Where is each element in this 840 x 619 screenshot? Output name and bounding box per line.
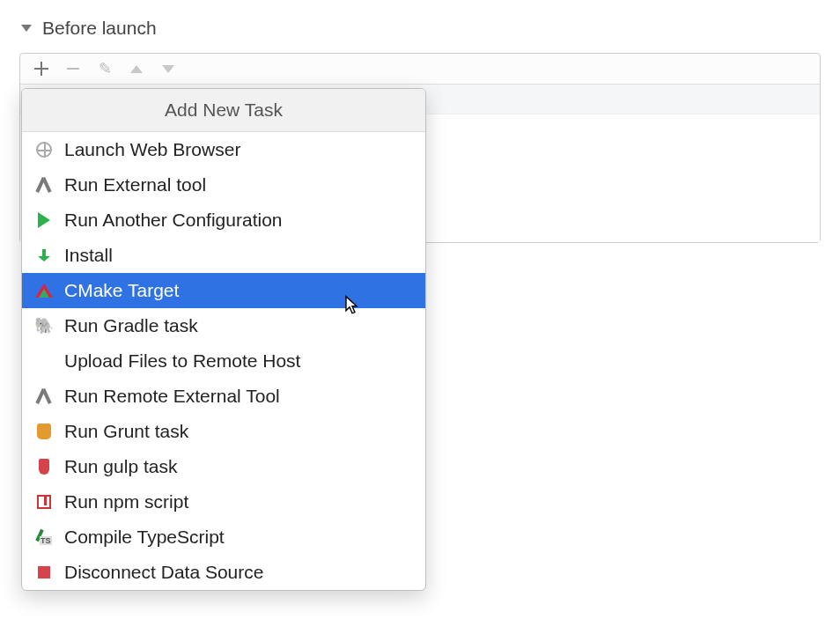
edit-task-button[interactable]: ✎ bbox=[89, 55, 121, 82]
menu-item-label: Run Gradle task bbox=[64, 315, 198, 336]
section-title: Before launch bbox=[42, 18, 157, 39]
menu-item-label: Compile TypeScript bbox=[64, 527, 225, 548]
gulp-icon bbox=[34, 457, 54, 476]
menu-item-launch-web-browser[interactable]: Launch Web Browser bbox=[22, 132, 425, 167]
menu-item-label: CMake Target bbox=[64, 280, 179, 301]
menu-item-run-external-tool[interactable]: Run External tool bbox=[22, 167, 425, 203]
menu-item-run-gradle-task[interactable]: 🐘Run Gradle task bbox=[22, 308, 425, 343]
menu-item-label: Launch Web Browser bbox=[64, 139, 240, 160]
menu-item-run-npm-script[interactable]: Run npm script bbox=[22, 484, 425, 520]
menu-item-disconnect-data-source[interactable]: Disconnect Data Source bbox=[22, 555, 425, 590]
menu-item-label: Run gulp task bbox=[64, 456, 177, 477]
menu-item-compile-typescript[interactable]: Compile TypeScript bbox=[22, 520, 425, 555]
globe-icon bbox=[34, 140, 54, 159]
menu-item-label: Run Grunt task bbox=[64, 421, 188, 442]
tools-icon bbox=[34, 387, 54, 406]
before-launch-section-header[interactable]: Before launch bbox=[0, 0, 840, 48]
menu-item-run-grunt-task[interactable]: Run Grunt task bbox=[22, 414, 425, 449]
grunt-icon bbox=[34, 422, 54, 441]
menu-item-label: Run Another Configuration bbox=[64, 210, 283, 231]
menu-item-install[interactable]: Install bbox=[22, 238, 425, 273]
menu-item-run-remote-external-tool[interactable]: Run Remote External Tool bbox=[22, 379, 425, 414]
popup-title: Add New Task bbox=[22, 89, 425, 132]
minus-icon bbox=[67, 68, 79, 70]
disclosure-triangle-icon[interactable] bbox=[21, 25, 32, 32]
add-new-task-popup: Add New Task Launch Web BrowserRun Exter… bbox=[21, 88, 426, 591]
menu-item-run-another-configuration[interactable]: Run Another Configuration bbox=[22, 203, 425, 238]
blank-icon bbox=[34, 351, 54, 371]
menu-item-label: Upload Files to Remote Host bbox=[64, 350, 300, 372]
menu-item-label: Run External tool bbox=[64, 174, 206, 195]
pencil-icon: ✎ bbox=[99, 59, 112, 78]
install-icon bbox=[34, 246, 54, 265]
plus-icon bbox=[34, 62, 48, 76]
arrow-down-icon bbox=[162, 65, 174, 73]
add-task-button[interactable] bbox=[26, 55, 57, 82]
remove-task-button[interactable] bbox=[57, 55, 89, 82]
tools-icon bbox=[34, 175, 54, 195]
square-red-icon bbox=[34, 563, 54, 582]
tsc-icon bbox=[34, 527, 54, 547]
npm-icon bbox=[34, 492, 54, 512]
move-up-button[interactable] bbox=[121, 55, 152, 82]
menu-item-label: Run npm script bbox=[64, 491, 188, 512]
menu-item-label: Install bbox=[64, 245, 113, 266]
before-launch-toolbar: ✎ bbox=[20, 54, 820, 84]
play-icon bbox=[34, 210, 54, 230]
arrow-up-icon bbox=[130, 65, 143, 73]
menu-item-run-gulp-task[interactable]: Run gulp task bbox=[22, 449, 425, 484]
menu-item-label: Run Remote External Tool bbox=[64, 386, 280, 407]
menu-item-cmake-target[interactable]: CMake Target bbox=[22, 273, 425, 308]
menu-item-upload-files-to-remote-host[interactable]: Upload Files to Remote Host bbox=[22, 343, 425, 379]
menu-item-label: Disconnect Data Source bbox=[64, 562, 263, 583]
gradle-icon: 🐘 bbox=[34, 316, 54, 335]
move-down-button[interactable] bbox=[152, 55, 184, 82]
cmake-icon bbox=[34, 281, 54, 300]
